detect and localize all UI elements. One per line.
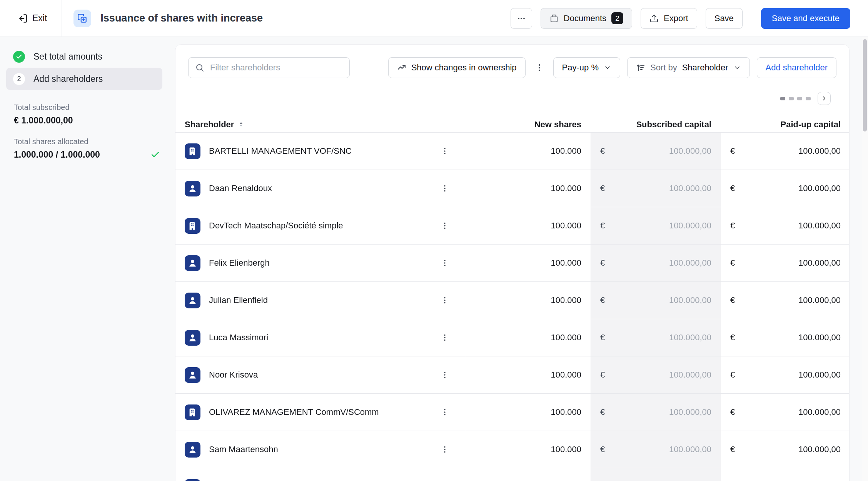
new-shares-value: 100.000 — [551, 183, 581, 193]
toolbar-menu-button[interactable] — [532, 57, 546, 78]
exit-label: Exit — [32, 13, 47, 23]
total-allocated-label: Total shares allocated — [14, 137, 162, 146]
shareholder-cell: Julian Ellenfield — [175, 282, 466, 319]
shareholder-avatar — [185, 293, 200, 308]
search-icon — [195, 63, 204, 72]
table-header-row: Shareholder New shares Subscribed capita… — [175, 117, 849, 133]
documents-button[interactable]: Documents 2 — [541, 8, 632, 29]
paid-up-capital-value: 100.000,00 — [798, 444, 841, 454]
chevron-down-icon — [733, 64, 741, 72]
shareholder-name: Sam Maartensohn — [209, 444, 278, 454]
pagination-dot[interactable] — [797, 97, 802, 100]
sort-icon — [636, 63, 645, 72]
shareholder-cell: Luca Massimori — [175, 319, 466, 356]
table-body: BARTELLI MANAGEMENT VOF/SNC 100.000 € 10… — [175, 133, 849, 481]
column-header-paid-up-capital: Paid-up capital — [721, 120, 850, 130]
step-add-shareholders[interactable]: 2 Add shareholders — [6, 68, 162, 90]
subscribed-capital-value: 100.000,00 — [669, 183, 711, 193]
save-button[interactable]: Save — [706, 8, 743, 29]
new-shares-cell: 100.000 — [466, 245, 591, 281]
row-menu-button[interactable] — [438, 219, 451, 232]
column-header-shareholder[interactable]: Shareholder — [175, 120, 466, 130]
pagination-dot[interactable] — [789, 97, 794, 100]
table-row: Julian Ellenfield 100.000 € 100.000,00 €… — [175, 282, 849, 319]
total-allocated-value: 1.000.000 / 1.000.000 — [14, 150, 162, 160]
exit-button[interactable]: Exit — [18, 13, 47, 23]
paid-up-capital-value: 100.000,00 — [798, 295, 841, 305]
currency-symbol: € — [600, 221, 605, 231]
pagination-dot[interactable] — [806, 97, 811, 100]
kebab-icon — [441, 445, 449, 454]
documents-icon — [549, 14, 559, 23]
step-number-badge: 2 — [13, 73, 25, 85]
add-shareholder-button[interactable]: Add shareholder — [757, 57, 836, 78]
row-menu-button[interactable] — [438, 294, 451, 307]
save-and-execute-label: Save and execute — [772, 13, 840, 23]
pagination-dots — [780, 97, 811, 100]
pagination-dot[interactable] — [780, 97, 785, 100]
subscribed-capital-cell: € 100.000,00 — [591, 245, 721, 281]
subscribed-capital-cell: € 100.000,00 — [591, 207, 721, 244]
export-button[interactable]: Export — [641, 8, 697, 29]
shareholder-name: Luca Massimori — [209, 333, 268, 343]
shareholder-avatar — [185, 442, 200, 458]
shareholder-cell: BARTELLI MANAGEMENT VOF/SNC — [175, 133, 466, 170]
subscribed-capital-cell — [591, 468, 721, 481]
building-icon — [187, 146, 198, 156]
currency-symbol: € — [730, 333, 735, 343]
row-menu-button[interactable] — [438, 256, 451, 270]
new-shares-value: 100.000 — [551, 258, 581, 268]
documents-count-badge: 2 — [611, 12, 623, 24]
shareholder-cell: Sam Maartensohn — [175, 431, 466, 468]
table-row: Luca Massimori 100.000 € 100.000,00 € 10… — [175, 319, 849, 356]
currency-symbol: € — [730, 146, 735, 156]
shareholder-name: Julian Ellenfield — [209, 295, 268, 305]
table-row: OLIVAREZ MANAGEMENT CommV/SComm 100.000 … — [175, 394, 849, 431]
paid-up-capital-cell: € 100.000,00 — [721, 319, 850, 356]
pay-up-dropdown[interactable]: Pay-up % — [553, 57, 620, 78]
next-page-button[interactable] — [818, 92, 831, 105]
row-menu-button[interactable] — [438, 182, 451, 195]
table-row: BARTELLI MANAGEMENT VOF/SNC 100.000 € 10… — [175, 133, 849, 170]
currency-symbol: € — [600, 407, 605, 417]
show-changes-button[interactable]: Show changes in ownership — [388, 57, 526, 78]
currency-symbol: € — [730, 444, 735, 454]
kebab-icon — [441, 296, 449, 305]
person-icon — [187, 444, 198, 455]
subscribed-capital-cell: € 100.000,00 — [591, 133, 721, 170]
new-shares-cell: 100.000 — [466, 431, 591, 468]
sort-by-dropdown[interactable]: Sort by Shareholder — [627, 57, 750, 78]
currency-symbol: € — [730, 370, 735, 380]
currency-symbol: € — [600, 370, 605, 380]
shareholder-cell: Daan Renaldoux — [175, 170, 466, 207]
row-menu-button[interactable] — [438, 406, 451, 419]
row-menu-button[interactable] — [438, 145, 451, 158]
save-and-execute-button[interactable]: Save and execute — [761, 8, 850, 29]
row-menu-button[interactable] — [438, 368, 451, 381]
more-options-button[interactable] — [511, 8, 532, 29]
scrollbar-thumb[interactable] — [863, 39, 867, 131]
top-bar: Exit Issuance of shares with increase Do… — [0, 0, 868, 37]
subscribed-capital-value: 100.000,00 — [669, 258, 711, 268]
pagination — [175, 92, 849, 105]
total-subscribed-amount: € 1.000.000,00 — [14, 115, 73, 126]
workflow-icon — [73, 10, 91, 27]
step-complete-icon — [13, 51, 25, 63]
shareholder-avatar — [185, 218, 200, 234]
currency-symbol: € — [600, 258, 605, 268]
shareholder-avatar — [185, 143, 200, 159]
currency-symbol: € — [730, 183, 735, 193]
paid-up-capital-value: 100.000,00 — [798, 407, 841, 417]
shareholder-avatar — [185, 330, 200, 346]
shareholder-name: OLIVAREZ MANAGEMENT CommV/SComm — [209, 407, 379, 417]
shareholder-cell — [175, 468, 466, 481]
person-icon — [187, 295, 198, 306]
scrollbar[interactable] — [862, 37, 868, 481]
filter-shareholders-input[interactable] — [188, 57, 350, 78]
row-menu-button[interactable] — [438, 331, 451, 344]
kebab-icon — [441, 333, 449, 342]
row-menu-button[interactable] — [438, 443, 451, 456]
step-set-total-amounts[interactable]: Set total amounts — [6, 45, 162, 68]
new-shares-value: 100.000 — [551, 444, 581, 454]
paid-up-capital-value: 100.000,00 — [798, 258, 841, 268]
